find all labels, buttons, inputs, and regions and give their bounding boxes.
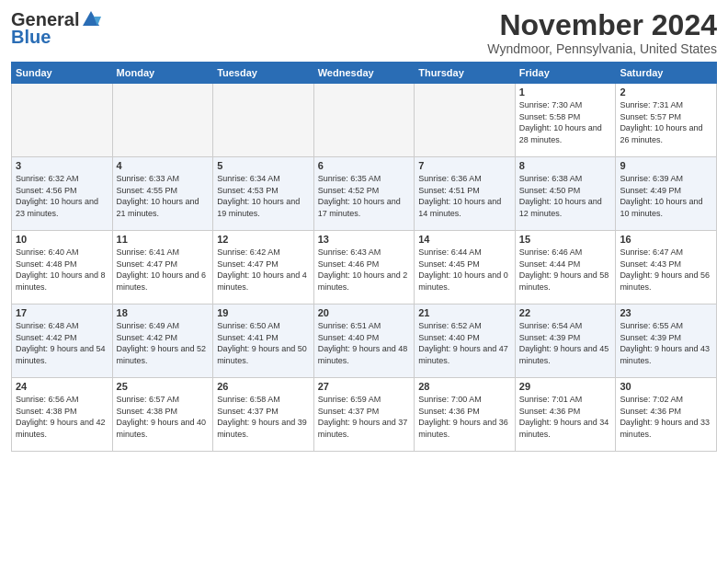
col-friday: Friday <box>515 63 616 84</box>
col-tuesday: Tuesday <box>213 63 314 84</box>
table-row <box>415 84 516 157</box>
table-row: 10Sunrise: 6:40 AMSunset: 4:48 PMDayligh… <box>12 231 113 304</box>
day-number: 19 <box>217 307 310 318</box>
table-row: 19Sunrise: 6:50 AMSunset: 4:41 PMDayligh… <box>213 304 314 378</box>
day-info: Sunrise: 6:41 AMSunset: 4:47 PMDaylight:… <box>117 247 210 293</box>
day-number: 21 <box>418 307 511 318</box>
table-row: 20Sunrise: 6:51 AMSunset: 4:40 PMDayligh… <box>313 304 415 378</box>
table-row: 11Sunrise: 6:41 AMSunset: 4:47 PMDayligh… <box>112 231 213 304</box>
day-number: 17 <box>16 307 108 318</box>
table-row: 22Sunrise: 6:54 AMSunset: 4:39 PMDayligh… <box>515 304 616 378</box>
day-number: 23 <box>620 307 712 318</box>
day-info: Sunrise: 6:34 AMSunset: 4:53 PMDaylight:… <box>217 173 310 219</box>
day-number: 1 <box>519 86 612 98</box>
table-row: 1Sunrise: 7:30 AMSunset: 5:58 PMDaylight… <box>515 84 616 157</box>
day-number: 5 <box>217 160 310 171</box>
day-number: 8 <box>519 160 612 171</box>
day-info: Sunrise: 6:55 AMSunset: 4:39 PMDaylight:… <box>620 320 712 366</box>
location-subtitle: Wyndmoor, Pennsylvania, United States <box>487 41 717 56</box>
day-info: Sunrise: 6:39 AMSunset: 4:49 PMDaylight:… <box>620 173 712 219</box>
day-number: 3 <box>16 160 108 171</box>
day-info: Sunrise: 6:40 AMSunset: 4:48 PMDaylight:… <box>16 247 108 293</box>
day-info: Sunrise: 6:59 AMSunset: 4:37 PMDaylight:… <box>318 394 411 440</box>
table-row: 14Sunrise: 6:44 AMSunset: 4:45 PMDayligh… <box>415 231 516 304</box>
day-number: 9 <box>620 160 712 171</box>
day-info: Sunrise: 6:51 AMSunset: 4:40 PMDaylight:… <box>318 320 411 366</box>
table-row: 28Sunrise: 7:00 AMSunset: 4:36 PMDayligh… <box>415 378 516 452</box>
calendar-week-row: 24Sunrise: 6:56 AMSunset: 4:38 PMDayligh… <box>12 378 717 452</box>
table-row: 27Sunrise: 6:59 AMSunset: 4:37 PMDayligh… <box>313 378 415 452</box>
day-info: Sunrise: 7:30 AMSunset: 5:58 PMDaylight:… <box>519 99 612 145</box>
day-number: 10 <box>16 234 108 245</box>
day-number: 6 <box>318 160 411 171</box>
table-row: 29Sunrise: 7:01 AMSunset: 4:36 PMDayligh… <box>515 378 616 452</box>
day-number: 29 <box>519 381 612 392</box>
day-info: Sunrise: 7:00 AMSunset: 4:36 PMDaylight:… <box>418 394 511 440</box>
table-row <box>12 84 113 157</box>
day-number: 25 <box>117 381 210 392</box>
day-number: 15 <box>519 234 612 245</box>
table-row: 30Sunrise: 7:02 AMSunset: 4:36 PMDayligh… <box>616 378 717 452</box>
table-row <box>313 84 415 157</box>
table-row: 15Sunrise: 6:46 AMSunset: 4:44 PMDayligh… <box>515 231 616 304</box>
table-row <box>213 84 314 157</box>
col-saturday: Saturday <box>616 63 717 84</box>
day-number: 24 <box>16 381 108 392</box>
day-number: 18 <box>117 307 210 318</box>
day-info: Sunrise: 6:42 AMSunset: 4:47 PMDaylight:… <box>217 247 310 293</box>
month-title: November 2024 <box>487 9 717 41</box>
calendar-week-row: 1Sunrise: 7:30 AMSunset: 5:58 PMDaylight… <box>12 84 717 157</box>
calendar-week-row: 3Sunrise: 6:32 AMSunset: 4:56 PMDaylight… <box>12 157 717 231</box>
day-number: 28 <box>418 381 511 392</box>
col-wednesday: Wednesday <box>313 63 415 84</box>
table-row: 23Sunrise: 6:55 AMSunset: 4:39 PMDayligh… <box>616 304 717 378</box>
day-info: Sunrise: 6:35 AMSunset: 4:52 PMDaylight:… <box>318 173 411 219</box>
day-info: Sunrise: 6:54 AMSunset: 4:39 PMDaylight:… <box>519 320 612 366</box>
logo: General Blue <box>11 9 101 48</box>
day-info: Sunrise: 6:56 AMSunset: 4:38 PMDaylight:… <box>16 394 108 440</box>
day-info: Sunrise: 6:50 AMSunset: 4:41 PMDaylight:… <box>217 320 310 366</box>
table-row: 9Sunrise: 6:39 AMSunset: 4:49 PMDaylight… <box>616 157 717 231</box>
day-info: Sunrise: 6:44 AMSunset: 4:45 PMDaylight:… <box>418 247 511 293</box>
day-info: Sunrise: 6:57 AMSunset: 4:38 PMDaylight:… <box>117 394 210 440</box>
logo-icon <box>81 9 101 29</box>
day-info: Sunrise: 7:01 AMSunset: 4:36 PMDaylight:… <box>519 394 612 440</box>
day-info: Sunrise: 6:36 AMSunset: 4:51 PMDaylight:… <box>418 173 511 219</box>
day-number: 27 <box>318 381 411 392</box>
day-number: 26 <box>217 381 310 392</box>
title-block: November 2024 Wyndmoor, Pennsylvania, Un… <box>487 9 717 56</box>
col-sunday: Sunday <box>12 63 113 84</box>
day-info: Sunrise: 6:58 AMSunset: 4:37 PMDaylight:… <box>217 394 310 440</box>
table-row: 4Sunrise: 6:33 AMSunset: 4:55 PMDaylight… <box>112 157 213 231</box>
day-info: Sunrise: 6:49 AMSunset: 4:42 PMDaylight:… <box>117 320 210 366</box>
table-row: 2Sunrise: 7:31 AMSunset: 5:57 PMDaylight… <box>616 84 717 157</box>
day-number: 7 <box>418 160 511 171</box>
day-info: Sunrise: 6:46 AMSunset: 4:44 PMDaylight:… <box>519 247 612 293</box>
calendar-header-row: Sunday Monday Tuesday Wednesday Thursday… <box>12 63 717 84</box>
table-row: 24Sunrise: 6:56 AMSunset: 4:38 PMDayligh… <box>12 378 113 452</box>
table-row: 6Sunrise: 6:35 AMSunset: 4:52 PMDaylight… <box>313 157 415 231</box>
day-number: 30 <box>620 381 712 392</box>
table-row: 3Sunrise: 6:32 AMSunset: 4:56 PMDaylight… <box>12 157 113 231</box>
day-number: 16 <box>620 234 712 245</box>
day-info: Sunrise: 6:32 AMSunset: 4:56 PMDaylight:… <box>16 173 108 219</box>
day-number: 13 <box>318 234 411 245</box>
calendar-week-row: 17Sunrise: 6:48 AMSunset: 4:42 PMDayligh… <box>12 304 717 378</box>
table-row: 18Sunrise: 6:49 AMSunset: 4:42 PMDayligh… <box>112 304 213 378</box>
col-thursday: Thursday <box>415 63 516 84</box>
day-info: Sunrise: 6:48 AMSunset: 4:42 PMDaylight:… <box>16 320 108 366</box>
day-info: Sunrise: 7:31 AMSunset: 5:57 PMDaylight:… <box>620 99 712 145</box>
logo-blue: Blue <box>11 27 51 48</box>
table-row <box>112 84 213 157</box>
table-row: 5Sunrise: 6:34 AMSunset: 4:53 PMDaylight… <box>213 157 314 231</box>
page-container: General Blue November 2024 Wyndmoor, Pen… <box>0 0 728 457</box>
col-monday: Monday <box>112 63 213 84</box>
day-info: Sunrise: 6:47 AMSunset: 4:43 PMDaylight:… <box>620 247 712 293</box>
day-info: Sunrise: 6:38 AMSunset: 4:50 PMDaylight:… <box>519 173 612 219</box>
day-info: Sunrise: 6:43 AMSunset: 4:46 PMDaylight:… <box>318 247 411 293</box>
table-row: 13Sunrise: 6:43 AMSunset: 4:46 PMDayligh… <box>313 231 415 304</box>
day-number: 4 <box>117 160 210 171</box>
day-number: 20 <box>318 307 411 318</box>
calendar-table: Sunday Monday Tuesday Wednesday Thursday… <box>11 62 717 452</box>
day-info: Sunrise: 6:52 AMSunset: 4:40 PMDaylight:… <box>418 320 511 366</box>
